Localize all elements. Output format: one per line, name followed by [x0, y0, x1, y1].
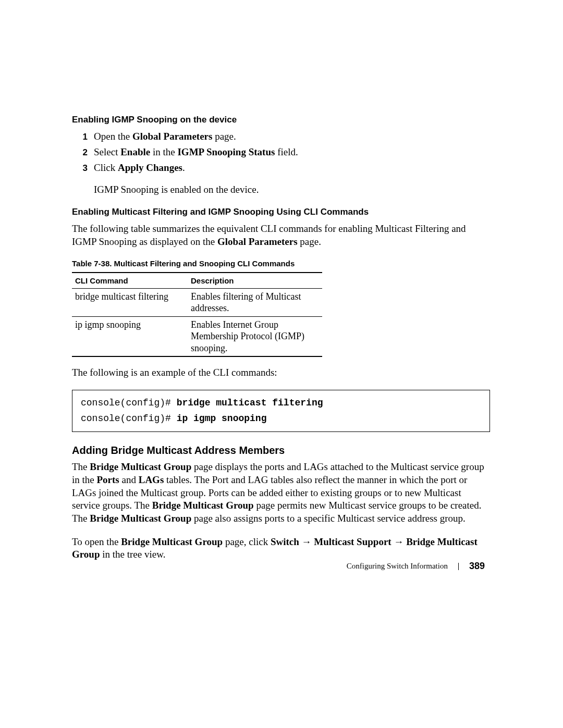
bold-text: Apply Changes [118, 162, 182, 173]
table-caption: Table 7-38. Multicast Filtering and Snoo… [72, 259, 490, 268]
prompt: console(config)# [81, 398, 177, 408]
text: page also assigns ports to a specific Mu… [191, 513, 466, 524]
table-row: bridge multicast filtering Enables filte… [72, 288, 322, 316]
table-header-row: CLI Command Description [72, 273, 322, 289]
prompt: console(config)# [81, 413, 177, 424]
col-header-command: CLI Command [72, 273, 188, 289]
cli-commands-table: CLI Command Description bridge multicast… [72, 272, 322, 357]
step-number: 3 [72, 163, 94, 174]
command: ip igmp snooping [177, 413, 267, 424]
text: in the tree view. [100, 549, 166, 560]
step-2: 2 Select Enable in the IGMP Snooping Sta… [72, 146, 490, 158]
cli-example-intro: The following is an example of the CLI c… [72, 366, 490, 379]
cli-intro-paragraph: The following table summarizes the equiv… [72, 223, 490, 248]
cell-description: Enables Internet Group Membership Protoc… [188, 316, 322, 356]
bold-text: Switch [271, 536, 299, 547]
text: Select [94, 146, 120, 157]
command: bridge multicast filtering [177, 398, 323, 408]
step-text: Select Enable in the IGMP Snooping Statu… [94, 146, 298, 158]
footer-section-title: Configuring Switch Information [347, 562, 448, 571]
code-line: console(config)# ip igmp snooping [81, 411, 481, 427]
cell-description: Enables filtering of Multicast addresses… [188, 288, 322, 316]
bold-text: Global Parameters [217, 236, 298, 247]
step-number: 2 [72, 147, 94, 158]
text: Click [94, 162, 118, 173]
heading-igmp-snooping: Enabling IGMP Snooping on the device [72, 115, 490, 125]
step-3: 3 Click Apply Changes. [72, 162, 490, 174]
document-page: Enabling IGMP Snooping on the device 1 O… [0, 0, 563, 728]
text: in the [150, 146, 177, 157]
col-header-description: Description [188, 273, 322, 289]
text: field. [275, 146, 298, 157]
cell-command: ip igmp snooping [72, 316, 188, 356]
step-text: Click Apply Changes. [94, 162, 185, 174]
text: Open the [94, 131, 132, 142]
bold-text: IGMP Snooping Status [177, 146, 275, 157]
page-number: 389 [469, 561, 485, 572]
arrow-icon: → [299, 536, 314, 547]
text: page, click [223, 536, 271, 547]
text: To open the [72, 536, 121, 547]
code-line: console(config)# bridge multicast filter… [81, 396, 481, 411]
bold-text: Enable [120, 146, 150, 157]
bold-text: Bridge Multicast Group [121, 536, 223, 547]
step-result: IGMP Snooping is enabled on the device. [94, 184, 490, 195]
bold-text: Bridge Multicast Group [152, 500, 254, 511]
bold-text: Ports [97, 474, 119, 485]
heading-cli: Enabling Multicast Filtering and IGMP Sn… [72, 207, 490, 217]
text: page. [298, 236, 321, 247]
open-page-paragraph: To open the Bridge Multicast Group page,… [72, 536, 490, 561]
bold-text: Multicast Support [314, 536, 391, 547]
bold-text: Bridge Multicast Group [90, 513, 191, 524]
table-row: ip igmp snooping Enables Internet Group … [72, 316, 322, 356]
page-footer: Configuring Switch Information 389 [347, 561, 485, 572]
text: and [119, 474, 139, 485]
footer-separator [458, 563, 459, 570]
step-1: 1 Open the Global Parameters page. [72, 130, 490, 143]
steps-list: 1 Open the Global Parameters page. 2 Sel… [72, 130, 490, 174]
code-example-box: console(config)# bridge multicast filter… [72, 390, 490, 432]
bold-text: Bridge Multicast Group [90, 461, 191, 472]
heading-adding-members: Adding Bridge Multicast Address Members [72, 445, 490, 456]
step-text: Open the Global Parameters page. [94, 130, 236, 143]
text: The [72, 461, 90, 472]
text: . [182, 162, 185, 173]
bold-text: LAGs [139, 474, 164, 485]
arrow-icon: → [391, 536, 407, 547]
cell-command: bridge multicast filtering [72, 288, 188, 316]
bold-text: Global Parameters [132, 131, 213, 142]
adding-members-paragraph: The Bridge Multicast Group page displays… [72, 461, 490, 525]
step-number: 1 [72, 132, 94, 142]
text: page. [212, 131, 236, 142]
